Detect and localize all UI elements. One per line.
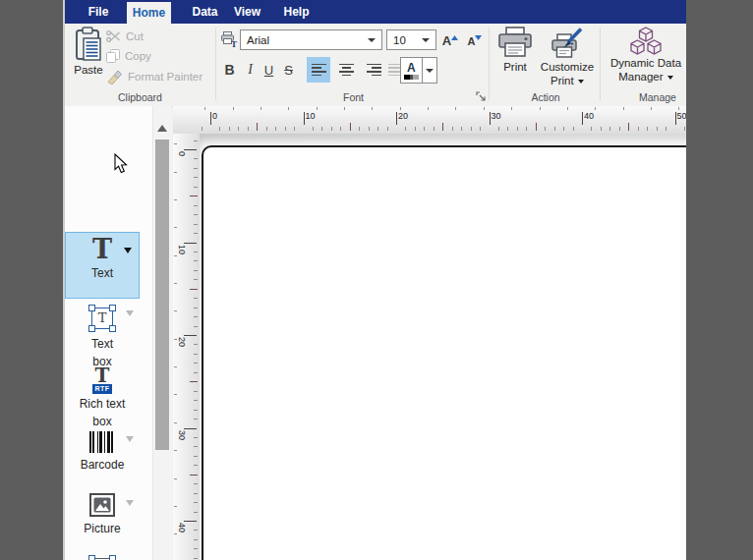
font-dialog-launcher[interactable] — [476, 91, 487, 102]
scissors-icon — [106, 30, 121, 42]
ddm-label-line2: Manager — [618, 71, 673, 84]
align-center-button[interactable] — [334, 57, 358, 83]
horizontal-ruler: 01020304050 — [173, 106, 686, 135]
up-triangle-icon — [451, 35, 458, 40]
strikethrough-button[interactable]: S — [280, 58, 297, 82]
action-group-label: Action — [492, 91, 600, 103]
desktop-background: File Home Data View Help — [0, 0, 753, 560]
copy-label: Copy — [125, 50, 151, 62]
chevron-down-icon[interactable] — [126, 436, 134, 442]
tab-view[interactable]: View — [225, 0, 269, 24]
customize-print-button[interactable]: Customize Print — [538, 27, 597, 87]
paste-icon — [75, 27, 102, 62]
tool-text-box-label-line1: Text — [66, 335, 139, 353]
font-size-select[interactable]: 10 — [386, 29, 436, 50]
cut-label: Cut — [126, 30, 144, 42]
vertical-ruler: 010203040 — [173, 134, 201, 560]
bold-button[interactable]: B — [220, 58, 239, 82]
format-painter-button[interactable]: Format Painter — [106, 69, 203, 84]
tool-text[interactable]: T Text — [65, 232, 140, 299]
align-right-button[interactable] — [362, 57, 385, 83]
chevron-down-icon — [426, 69, 434, 73]
grow-font-letter: A — [442, 34, 451, 48]
application-window: File Home Data View Help — [65, 0, 686, 560]
tool-text-label: Text — [66, 264, 139, 282]
text-box-icon: T — [66, 301, 139, 335]
italic-button[interactable]: I — [243, 58, 258, 82]
tab-file[interactable]: File — [76, 0, 121, 24]
print-button[interactable]: Print — [493, 27, 537, 87]
tool-rich-text-box[interactable]: T RTF Rich text box — [66, 363, 139, 430]
font-color-button[interactable]: A — [400, 57, 423, 84]
chevron-down-icon — [422, 38, 430, 42]
tool-rectangle[interactable]: Rectangle — [66, 550, 139, 560]
print-icon — [497, 27, 533, 58]
mouse-cursor — [114, 153, 128, 174]
align-left-icon — [312, 62, 326, 78]
copy-button[interactable]: Copy — [106, 49, 151, 63]
shrink-font-button[interactable]: A — [465, 29, 485, 48]
cubes-icon — [630, 27, 662, 56]
toolbox-panel: T Text T Text box T RTF Rich text box — [65, 106, 152, 560]
ribbon: Paste Cut C — [65, 24, 686, 107]
ddm-label-line1: Dynamic Data — [610, 57, 681, 70]
clipboard-group-label: Clipboard — [65, 91, 215, 103]
group-separator — [600, 28, 601, 100]
scrollbar-thumb[interactable] — [155, 140, 169, 450]
tool-barcode[interactable]: Barcode — [66, 427, 139, 474]
tab-data[interactable]: Data — [183, 0, 227, 24]
font-color-letter: A — [407, 62, 416, 75]
printer-font-icon[interactable]: T — [220, 31, 238, 47]
paste-button[interactable]: Paste — [71, 27, 106, 84]
font-color-gradient-bar — [404, 75, 419, 80]
font-group-label: Font — [218, 91, 489, 103]
align-right-icon — [367, 62, 381, 78]
tool-rich-text-label-line1: Rich text — [66, 395, 139, 413]
underline-button[interactable]: U — [261, 58, 277, 82]
shrink-font-letter: A — [468, 34, 476, 48]
ribbon-tab-bar: File Home Data View Help — [65, 0, 686, 24]
font-size-value: 10 — [387, 34, 422, 46]
design-surface — [200, 134, 686, 560]
tab-help[interactable]: Help — [274, 0, 319, 24]
dynamic-data-manager-button[interactable]: Dynamic Data Manager — [604, 27, 686, 87]
manage-group-label: Manage — [604, 91, 686, 103]
customize-print-icon — [550, 27, 585, 60]
scroll-up-icon[interactable] — [157, 125, 167, 132]
chevron-down-icon — [667, 76, 673, 80]
tool-picture-label: Picture — [66, 520, 139, 537]
tool-text-box[interactable]: T Text box — [66, 301, 139, 370]
tool-barcode-label: Barcode — [66, 456, 139, 474]
align-left-button[interactable] — [307, 57, 330, 83]
svg-text:T: T — [231, 39, 237, 48]
down-triangle-icon — [475, 35, 482, 40]
paste-label: Paste — [74, 64, 102, 77]
chevron-down-icon[interactable] — [124, 248, 132, 253]
print-label: Print — [503, 61, 527, 74]
chevron-down-icon — [578, 80, 584, 84]
tab-home[interactable]: Home — [127, 2, 171, 24]
toolbox-scrollbar[interactable] — [152, 106, 172, 560]
tool-picture[interactable]: Picture — [66, 489, 139, 537]
font-color-dropdown[interactable] — [423, 57, 437, 84]
label-canvas[interactable] — [202, 145, 686, 560]
chevron-down-icon[interactable] — [126, 500, 134, 506]
chevron-down-icon[interactable] — [126, 310, 134, 316]
format-painter-label: Format Painter — [128, 71, 203, 83]
customize-print-label-line1: Customize — [541, 61, 594, 74]
group-separator — [215, 28, 216, 100]
font-color-split-button: A — [400, 57, 437, 84]
customize-print-label-line2: Print — [550, 75, 584, 87]
grow-font-button[interactable]: A — [440, 29, 460, 48]
font-family-select[interactable]: Arial — [240, 29, 382, 50]
rich-text-icon: T RTF — [66, 363, 139, 395]
cut-button[interactable]: Cut — [106, 29, 144, 43]
chevron-down-icon — [368, 38, 376, 42]
group-separator — [489, 28, 490, 100]
copy-icon — [106, 49, 120, 63]
rectangle-icon — [66, 550, 139, 560]
font-family-value: Arial — [241, 34, 368, 46]
align-center-icon — [339, 62, 354, 78]
format-painter-icon — [106, 70, 123, 84]
